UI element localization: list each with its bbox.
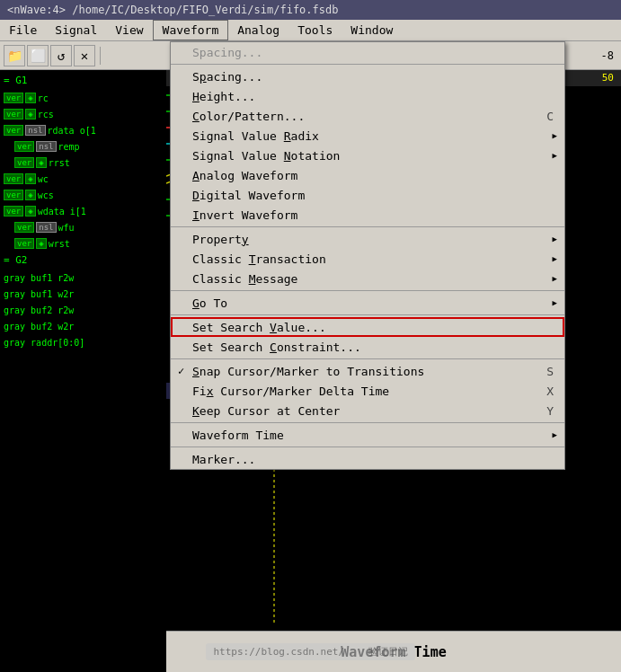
- menu-waveform[interactable]: Waveform: [153, 20, 229, 40]
- waveform-time-bar: Waveform Time: [166, 631, 621, 672]
- badge-icon: ◈: [25, 206, 35, 217]
- signal-row: gray_buf2_r2w: [0, 302, 166, 318]
- titlebar-text: <nWave:4> /home/IC/Desktop/FIFO_Verdi/si…: [7, 4, 338, 16]
- signal-row: ver nsl wfu: [0, 219, 166, 235]
- menu-window[interactable]: Window: [342, 20, 402, 40]
- menu-invert-waveform[interactable]: Invert Waveform: [171, 205, 564, 225]
- badge-ver: ver: [4, 206, 23, 217]
- toolbar-close[interactable]: ✕: [74, 45, 95, 66]
- badge-ver: ver: [4, 190, 23, 200]
- menu-spacing[interactable]: Spacing...: [171, 66, 564, 86]
- signal-row: ver ◈ wcs: [0, 187, 166, 203]
- signal-row: gray_buf1_w2r: [0, 286, 166, 302]
- badge-ver: ver: [14, 238, 34, 249]
- badge-ver: ver: [4, 173, 23, 184]
- badge-nsl: nsl: [36, 141, 56, 152]
- signal-row: gray_buf1_r2w: [0, 270, 166, 286]
- signal-row: ver ◈ wdata_i[1: [0, 203, 166, 219]
- signal-row: ver ◈ rc: [0, 90, 166, 106]
- badge-nsl: nsl: [36, 222, 56, 233]
- menubar: File Signal View Waveform Analog Tools W…: [0, 20, 621, 41]
- menu-keep-cursor[interactable]: Keep Cursor at Center Y: [171, 401, 564, 420]
- signal-row: gray_buf2_w2r: [0, 318, 166, 334]
- signal-row: ver nsl rdata_o[1: [0, 122, 166, 138]
- waveform-time-label: Waveform Time: [341, 644, 446, 660]
- badge-ver: ver: [14, 222, 34, 233]
- badge-nsl: nsl: [25, 125, 45, 136]
- waveform-dropdown-menu: Spacing... Spacing... Height... Color/Pa…: [170, 41, 565, 470]
- badge-ver: ver: [4, 93, 23, 103]
- signal-row: ver ◈ rcs: [0, 106, 166, 122]
- badge-icon: ◈: [36, 157, 46, 168]
- signal-row: ver ◈ wc: [0, 171, 166, 187]
- menu-classic-message[interactable]: Classic Message: [171, 269, 564, 288]
- menu-signal-value-radix[interactable]: Signal Value Radix: [171, 126, 564, 146]
- menu-property[interactable]: Property: [171, 229, 564, 249]
- menu-signal[interactable]: Signal: [46, 20, 106, 40]
- badge-icon: ◈: [25, 173, 35, 184]
- menu-file[interactable]: File: [0, 20, 46, 40]
- badge-ver: ver: [4, 109, 23, 119]
- group2-label: = G2: [0, 252, 166, 270]
- menu-separator: [171, 290, 564, 291]
- menu-snap-cursor[interactable]: Snap Cursor/Marker to Transitions S: [171, 361, 564, 381]
- menu-separator: [171, 358, 564, 359]
- menu-separator: [171, 422, 564, 423]
- badge-icon: ◈: [25, 93, 35, 103]
- badge-ver: ver: [14, 141, 34, 152]
- menu-view[interactable]: View: [106, 20, 152, 40]
- menu-separator: [171, 64, 564, 65]
- menu-separator: [171, 226, 564, 227]
- menu-analog-waveform[interactable]: Analog Waveform: [171, 165, 564, 185]
- signal-row: ver nsl remp: [0, 138, 166, 155]
- signal-row: gray_raddr[0:0]: [0, 334, 166, 350]
- badge-ver: ver: [4, 125, 23, 136]
- menu-separator: [171, 314, 564, 315]
- badge-ver: ver: [14, 157, 34, 168]
- menu-digital-waveform[interactable]: Digital Waveform: [171, 185, 564, 205]
- menu-marker[interactable]: Marker...: [171, 449, 564, 469]
- menu-fix-cursor[interactable]: Fix Cursor/Marker Delta Time X: [171, 381, 564, 401]
- menu-set-search-value[interactable]: Set Search Value...: [171, 317, 564, 337]
- menu-signal-value-notation[interactable]: Signal Value Notation: [171, 146, 564, 165]
- toolbar-undo[interactable]: ↺: [50, 45, 72, 66]
- toolbar-separator: [100, 47, 101, 65]
- badge-icon: ◈: [36, 238, 46, 249]
- timescale-number: 50: [602, 72, 614, 84]
- menu-set-search-constraint[interactable]: Set Search Constraint...: [171, 337, 564, 357]
- menu-waveform-time[interactable]: Waveform Time: [171, 425, 564, 445]
- menu-height[interactable]: Height...: [171, 86, 564, 106]
- toolbar-btn2[interactable]: ⬜: [27, 45, 49, 66]
- titlebar: <nWave:4> /home/IC/Desktop/FIFO_Verdi/si…: [0, 0, 621, 20]
- menu-separator: [171, 447, 564, 447]
- menu-auto-update[interactable]: Spacing...: [171, 42, 564, 62]
- menu-analog[interactable]: Analog: [228, 20, 288, 40]
- signal-panel: = G1 ver ◈ rc ver ◈ rcs ver nsl rdata_o[…: [0, 70, 166, 672]
- signal-row: ver ◈ rrst: [0, 155, 166, 171]
- menu-tools[interactable]: Tools: [288, 20, 342, 40]
- toolbar-open[interactable]: 📁: [4, 45, 25, 66]
- menu-classic-transaction[interactable]: Classic Transaction: [171, 249, 564, 269]
- menu-go-to[interactable]: Go To: [171, 293, 564, 313]
- menu-color-pattern[interactable]: Color/Pattern... C: [171, 106, 564, 126]
- toolbar-zoom-value: -8: [598, 48, 617, 64]
- group1-label: = G1: [0, 72, 166, 90]
- badge-icon: ◈: [25, 109, 35, 119]
- signal-row: ver ◈ wrst: [0, 235, 166, 252]
- badge-icon: ◈: [25, 190, 35, 200]
